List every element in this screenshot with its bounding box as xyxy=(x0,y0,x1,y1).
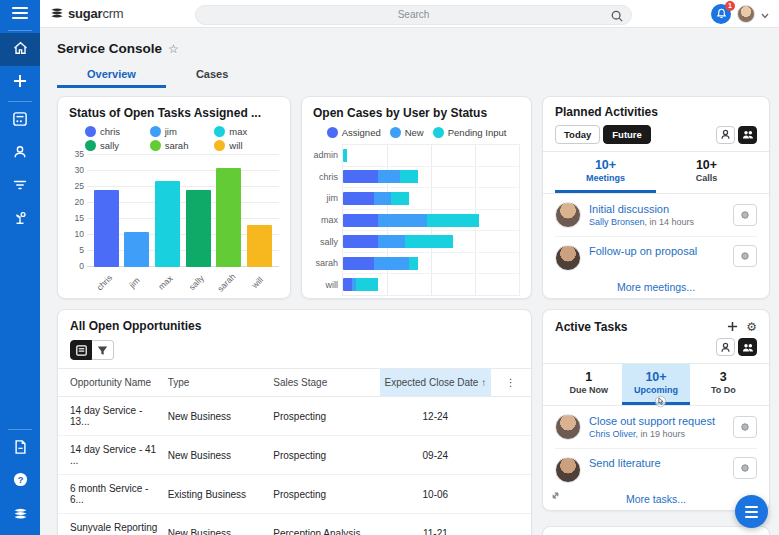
gear-icon[interactable]: ⚙ xyxy=(746,321,757,333)
list-item: Initial discussionSally Bronsen, in 14 h… xyxy=(555,194,757,237)
cases-chart: adminchrisjimmaxsallysarahwill xyxy=(313,144,520,296)
to-do-count: 3 xyxy=(690,370,757,384)
bar-segment[interactable] xyxy=(374,257,409,270)
future-button[interactable]: Future xyxy=(603,125,651,144)
list-item: Follow-up on proposal xyxy=(555,237,757,273)
more-meetings-link[interactable]: More meetings... xyxy=(555,273,757,299)
item-texts: Initial discussionSally Bronsen, in 14 h… xyxy=(589,203,725,227)
y-tick-label: admin xyxy=(313,144,342,166)
list-view-button[interactable] xyxy=(70,340,92,360)
item-action-button[interactable] xyxy=(733,416,757,438)
bar[interactable] xyxy=(186,190,211,267)
tab-meetings[interactable]: 10+ Meetings xyxy=(555,152,656,193)
tab-overview[interactable]: Overview xyxy=(57,65,166,88)
item-title-link[interactable]: Follow-up on proposal xyxy=(589,245,725,257)
sidebar-item-pipeline[interactable] xyxy=(0,170,40,203)
y-tick-label: 35 xyxy=(75,149,84,159)
bar-segment[interactable] xyxy=(343,170,378,183)
user-avatar[interactable] xyxy=(737,5,755,23)
search-input[interactable] xyxy=(195,5,632,25)
sidebar-item-help[interactable]: ? xyxy=(0,465,40,498)
bar-segment[interactable] xyxy=(391,192,409,205)
search-icon[interactable] xyxy=(611,8,623,26)
y-tick-label: 0 xyxy=(79,261,84,271)
bar-segment[interactable] xyxy=(378,235,404,248)
legend-swatch xyxy=(214,126,225,137)
column-header-type[interactable]: Type xyxy=(164,369,270,397)
today-button[interactable]: Today xyxy=(555,125,600,144)
sugarcrm-logo[interactable]: sugarcrm xyxy=(50,5,123,23)
y-tick-label: max xyxy=(313,209,342,231)
add-icon[interactable] xyxy=(727,318,738,336)
assignee-link[interactable]: Sally Bronsen xyxy=(589,217,645,227)
table-row[interactable]: 6 month Service - 6...Existing BusinessP… xyxy=(58,475,531,514)
sidebar-item-home[interactable] xyxy=(0,33,40,66)
item-title-link[interactable]: Initial discussion xyxy=(589,203,725,215)
column-header-expected-close-date[interactable]: Expected Close Date ↑ xyxy=(380,369,491,397)
tab-cases[interactable]: Cases xyxy=(166,65,258,88)
bar-segment[interactable] xyxy=(378,214,426,227)
resize-handle-icon[interactable] xyxy=(550,487,561,505)
sidebar-item-console[interactable] xyxy=(0,104,40,137)
column-menu-icon[interactable]: ⋮ xyxy=(491,369,531,397)
bar-segment[interactable] xyxy=(343,214,378,227)
column-header-sales-stage[interactable]: Sales Stage xyxy=(269,369,380,397)
bar-segment[interactable] xyxy=(409,257,418,270)
bar-segment[interactable] xyxy=(400,170,418,183)
sidebar-menu-toggle[interactable] xyxy=(0,0,40,28)
bar-segment[interactable] xyxy=(343,235,378,248)
tab-calls[interactable]: 10+ Calls xyxy=(656,152,757,193)
bar-segment[interactable] xyxy=(405,235,453,248)
my-items-button[interactable] xyxy=(716,126,735,144)
tab-to-do[interactable]: 3 To Do xyxy=(690,364,757,405)
bar[interactable] xyxy=(155,181,180,267)
sidebar-item-create[interactable] xyxy=(0,66,40,99)
column-header-opportunity-name[interactable]: Opportunity Name xyxy=(58,369,164,397)
bar-segment[interactable] xyxy=(343,278,352,291)
opportunity-link[interactable]: 14 day Service - 13... xyxy=(58,397,164,436)
bar[interactable] xyxy=(247,225,272,267)
opportunity-link[interactable]: 6 month Service - 6... xyxy=(58,475,164,514)
bar-segment[interactable] xyxy=(343,257,374,270)
table-row[interactable]: 14 day Service - 41 ...New BusinessProsp… xyxy=(58,436,531,475)
bar[interactable] xyxy=(94,190,119,267)
item-action-button[interactable] xyxy=(733,204,757,226)
team-items-button[interactable] xyxy=(738,126,757,144)
bar-segment[interactable] xyxy=(378,170,400,183)
sidebar-item-contacts[interactable] xyxy=(0,137,40,170)
chevron-down-icon[interactable] xyxy=(761,5,769,23)
bar-segment[interactable] xyxy=(374,192,392,205)
opportunity-link[interactable]: 14 day Service - 41 ... xyxy=(58,436,164,475)
bar-segment[interactable] xyxy=(343,192,374,205)
assignee-link[interactable]: Chris Oliver xyxy=(589,429,636,439)
y-tick-label: sarah xyxy=(313,253,342,275)
table-cell: 10-06 xyxy=(380,475,491,514)
sidebar-item-documents[interactable] xyxy=(0,432,40,465)
item-title-link[interactable]: Close out support request xyxy=(589,415,725,427)
favorite-star-icon[interactable]: ☆ xyxy=(168,42,179,56)
bar[interactable] xyxy=(216,168,241,267)
quick-actions-fab[interactable] xyxy=(735,495,768,528)
help-icon: ? xyxy=(13,472,28,491)
table-row[interactable]: 14 day Service - 13...New BusinessProspe… xyxy=(58,397,531,436)
tab-due-now[interactable]: 1 Due Now xyxy=(555,364,622,405)
table-row[interactable]: Sunyvale Reporting ...New BusinessPercep… xyxy=(58,514,531,535)
item-action-button[interactable] xyxy=(733,245,757,267)
x-tick-label: sarah xyxy=(214,270,249,299)
bar-segment[interactable] xyxy=(427,214,480,227)
tab-upcoming[interactable]: 10+ Upcoming xyxy=(622,364,689,405)
more-tasks-link[interactable]: More tasks... xyxy=(555,485,757,511)
notifications-button[interactable]: 1 xyxy=(711,4,731,24)
sidebar-item-opportunities[interactable] xyxy=(0,203,40,236)
item-action-button[interactable] xyxy=(733,457,757,479)
opportunity-link[interactable]: Sunyvale Reporting ... xyxy=(58,514,164,535)
sidebar-item-sugarcrm[interactable] xyxy=(0,498,40,531)
bar-segment[interactable] xyxy=(356,278,378,291)
sidebar-divider xyxy=(8,101,32,102)
item-title-link[interactable]: Send literature xyxy=(589,457,725,469)
filter-button[interactable] xyxy=(92,340,114,360)
bar-segment[interactable] xyxy=(343,149,347,162)
bar[interactable] xyxy=(124,232,149,267)
team-items-button[interactable] xyxy=(738,338,757,356)
my-items-button[interactable] xyxy=(716,338,735,356)
